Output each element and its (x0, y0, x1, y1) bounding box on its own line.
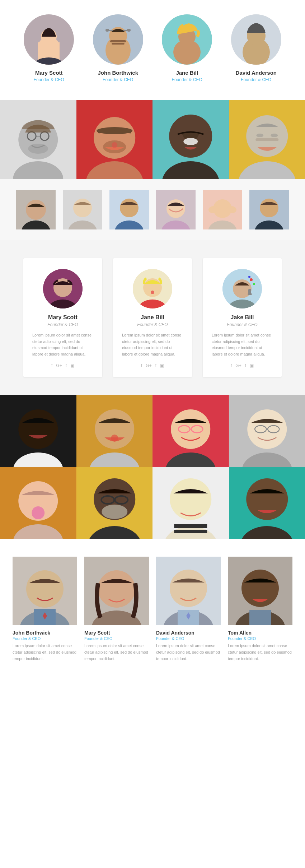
twitter-icon-mary[interactable]: t (66, 363, 67, 368)
photo-cell-5 (0, 467, 76, 539)
bottom-member-david: David Anderson Founder & CEO Lorem ipsum… (156, 557, 221, 662)
member-name-2: John Borthwick (98, 70, 138, 76)
social-icons-jane: f G+ t ▣ (141, 363, 164, 368)
google-icon-jane[interactable]: G+ (146, 363, 151, 368)
section-circles: Mary Scott Founder & CEO John Borthwick … (0, 0, 305, 100)
svg-rect-113 (174, 530, 207, 533)
avatar-jane-bill (162, 14, 212, 65)
photo-cell-7 (152, 467, 229, 539)
card-name-jane: Jane Bill (141, 314, 164, 321)
photo-cell-4 (229, 395, 305, 467)
svg-point-5 (46, 34, 52, 37)
member-name-4: David Anderson (236, 70, 277, 76)
card-name-mary: Mary Scott (48, 314, 78, 321)
photo-cell-3 (152, 395, 229, 467)
svg-point-42 (271, 134, 278, 137)
svg-point-27 (28, 144, 48, 154)
section-thumbnails (0, 179, 305, 240)
svg-point-127 (170, 570, 207, 607)
svg-point-101 (32, 506, 44, 519)
svg-point-84 (95, 409, 134, 449)
svg-point-81 (18, 409, 58, 449)
bottom-bio-mary: Lorem ipsum dolor sit amet conse ctetur … (84, 643, 149, 662)
google-icon-mary[interactable]: G+ (56, 363, 62, 368)
member-name-1: Mary Scott (35, 70, 63, 76)
svg-point-60 (226, 206, 236, 213)
svg-rect-13 (112, 43, 125, 45)
bottom-member-john: John Borthwick Founder & CEO Lorem ipsum… (13, 557, 77, 662)
bottom-photo-david (156, 557, 221, 625)
card-name-jake: Jake Bill (231, 314, 254, 321)
instagram-icon-jane[interactable]: ▣ (160, 363, 164, 368)
member-card-jane: Jane Bill Founder & CEO Lorem ipsum dolo… (113, 258, 192, 377)
facebook-icon-jane[interactable]: f (141, 363, 142, 368)
svg-point-105 (102, 505, 127, 519)
member-role-4: Founder & CEO (241, 77, 271, 82)
svg-point-119 (26, 570, 64, 608)
photo-cell-6 (76, 467, 153, 539)
card-bio-mary: Lorem ipsum dolor sit amet conse ctetur … (32, 332, 93, 357)
member-card-jake: Jake Bill Founder & CEO Lorem ipsum dolo… (203, 258, 282, 377)
bottom-bio-john: Lorem ipsum dolor sit amet conse ctetur … (13, 643, 77, 662)
bottom-photo-tom (228, 557, 292, 625)
svg-point-33 (112, 142, 117, 148)
card-avatar-jane (133, 269, 172, 308)
svg-rect-20 (247, 46, 266, 47)
section-cards: Mary Scott Founder & CEO Lorem ipsum dol… (0, 240, 305, 395)
svg-point-70 (151, 291, 154, 294)
photo-cell-2 (76, 395, 153, 467)
svg-point-73 (233, 279, 252, 298)
instagram-icon-mary[interactable]: ▣ (70, 363, 74, 368)
bottom-name-mary: Mary Scott (84, 630, 149, 636)
svg-point-46 (26, 200, 46, 220)
bottom-member-mary: Mary Scott Founder & CEO Lorem ipsum dol… (84, 557, 149, 662)
card-bio-jake: Lorem ipsum dolor sit amet conse ctetur … (212, 332, 273, 357)
bottom-role-david: Founder & CEO (156, 636, 221, 641)
svg-rect-133 (249, 610, 271, 625)
colorful-cell-4 (229, 100, 305, 179)
facebook-icon-jake[interactable]: f (231, 363, 232, 368)
circle-member-1: Mary Scott Founder & CEO (22, 14, 76, 82)
svg-rect-112 (174, 524, 207, 528)
bottom-role-john: Founder & CEO (13, 636, 77, 641)
google-icon-jake[interactable]: G+ (235, 363, 241, 368)
bottom-bio-tom: Lorem ipsum dolor sit amet conse ctetur … (228, 643, 292, 662)
card-role-jake: Founder & CEO (227, 322, 257, 327)
section-colorful-strip (0, 100, 305, 179)
svg-point-59 (208, 206, 219, 213)
card-avatar-jake (222, 269, 262, 308)
svg-point-111 (170, 478, 211, 520)
circle-member-2: John Borthwick Founder & CEO (91, 14, 146, 82)
photo-cell-8 (229, 467, 305, 539)
svg-point-49 (73, 199, 92, 217)
svg-rect-43 (255, 138, 278, 141)
svg-point-63 (260, 199, 278, 217)
thumb-5 (203, 190, 242, 229)
bottom-name-john: John Borthwick (13, 630, 77, 636)
svg-point-74 (250, 278, 253, 281)
svg-rect-78 (248, 293, 252, 295)
svg-point-52 (120, 199, 139, 217)
bottom-name-david: David Anderson (156, 630, 221, 636)
bottom-name-tom: Tom Allen (228, 630, 292, 636)
card-avatar-mary (43, 269, 83, 308)
thumb-3 (109, 190, 149, 229)
card-bio-jane: Lorem ipsum dolor sit amet conse ctetur … (122, 332, 183, 357)
section-photo-grid (0, 395, 305, 539)
twitter-icon-jane[interactable]: t (155, 363, 156, 368)
circle-member-4: David Anderson Founder & CEO (229, 14, 284, 82)
avatar-john-borthwick (93, 14, 143, 65)
thumb-1 (16, 190, 56, 229)
svg-rect-12 (110, 40, 126, 42)
instagram-icon-jake[interactable]: ▣ (250, 363, 254, 368)
circle-member-3: Jane Bill Founder & CEO (160, 14, 215, 82)
member-role-1: Founder & CEO (34, 77, 64, 82)
member-name-3: Jane Bill (176, 70, 198, 76)
svg-point-41 (256, 134, 263, 137)
bottom-role-tom: Founder & CEO (228, 636, 292, 641)
twitter-icon-jake[interactable]: t (245, 363, 246, 368)
member-role-2: Founder & CEO (103, 77, 133, 82)
thumb-4 (156, 190, 196, 229)
facebook-icon-mary[interactable]: f (51, 363, 52, 368)
member-card-mary: Mary Scott Founder & CEO Lorem ipsum dol… (23, 258, 102, 377)
